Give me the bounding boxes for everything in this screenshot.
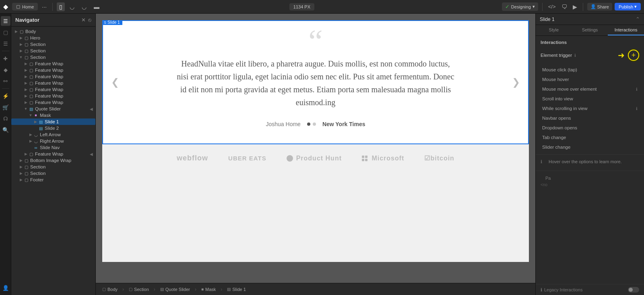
quote-mark: “ [135, 33, 496, 49]
tablet-v-device-btn[interactable]: ◡ [79, 2, 89, 11]
logo-webflow: webflow [177, 154, 208, 162]
check-icon: ✓ [505, 4, 510, 10]
legacy-label-text: Legacy Interactions [544, 287, 582, 292]
publish-btn[interactable]: Publish ▾ [615, 3, 641, 10]
tree-item-section2[interactable]: ▶ ▢ Section [11, 48, 95, 54]
trigger-tab-change[interactable]: Tab change [541, 133, 639, 142]
legacy-toggle[interactable] [628, 287, 639, 293]
nav-header-actions: ✕ ⎋ [81, 17, 91, 23]
trigger-slider-change[interactable]: Slider change [541, 142, 639, 152]
trigger-scroll-into-view[interactable]: Scroll into view [541, 94, 639, 104]
navigator-header: Navigator ✕ ⎋ [11, 14, 95, 27]
code-view-icon[interactable]: </> [547, 3, 557, 10]
trigger-mouse-hover[interactable]: Mouse hover [541, 75, 639, 84]
ecommerce-icon[interactable]: 🛒 [1, 102, 10, 112]
cms-icon[interactable]: ☰ [1, 39, 10, 48]
pin-navigator-icon[interactable]: ⎋ [88, 17, 91, 23]
trigger-mouse-click[interactable]: Mouse click (tap) [541, 65, 639, 75]
home-tab[interactable]: ▢ Home [12, 3, 38, 10]
tablet-device-btn[interactable]: ◡ [67, 2, 77, 11]
bc-slide1[interactable]: ▤ Slide 1 [225, 286, 248, 293]
tree-item-quote-slider[interactable]: ▼ ▤ Quote Slider ◀ [11, 106, 95, 112]
tree-item-slide-nav[interactable]: ∞ Slide Nav [11, 144, 95, 151]
comment-icon[interactable]: 🗨 [560, 3, 569, 11]
tab-interactions[interactable]: Interactions [608, 25, 644, 35]
mobile-device-btn[interactable]: ▬ [91, 2, 102, 11]
bc-mask[interactable]: ■ Mask [199, 286, 218, 293]
trigger-navbar-label: Navbar opens [542, 116, 571, 120]
slider-left-arrow[interactable]: ❮ [111, 77, 119, 88]
more-options-icon[interactable]: ··· [40, 3, 48, 11]
tree-item-body[interactable]: ▶ ▢ Body [11, 28, 95, 35]
tree-item-section4[interactable]: ▶ ▢ Section [11, 164, 95, 170]
tree-item-fw3[interactable]: ▶ ▢ Feature Wrap [11, 73, 95, 80]
label-slide1: Slide 1 [45, 119, 59, 124]
bc-quote-slider[interactable]: ▤ Quote Slider [158, 286, 192, 293]
tree-item-fw1[interactable]: ▶ ▢ Feature Wrap [11, 60, 95, 67]
tree-item-footer[interactable]: ▶ ▢ Footer [11, 177, 95, 183]
assets-icon[interactable]: ⚯ [1, 76, 10, 86]
tree-item-fw7[interactable]: ▶ ▢ Feature Wrap [11, 99, 95, 106]
chevron-fw6: ▶ [23, 94, 28, 98]
label-fw7: Feature Wrap [35, 100, 63, 105]
ph-icon [287, 155, 293, 162]
slide-body-text: HeadNulla vitae elit libero, a pharetra … [175, 57, 456, 109]
tree-item-section3[interactable]: ▼ ▢ Section [11, 54, 95, 60]
bc-sep1: › [122, 287, 124, 292]
label-section2: Section [30, 48, 45, 53]
preview-icon[interactable]: ▶ [571, 3, 579, 11]
desktop-device-btn[interactable]: ▯ [57, 2, 65, 11]
trigger-dropdown-opens[interactable]: Dropdown opens [541, 123, 639, 133]
tree-item-fw8[interactable]: ▶ ▢ Feature Wrap ◀ [11, 151, 95, 157]
tree-item-right-arrow[interactable]: ▶ ◡ Right Arrow [11, 138, 95, 144]
tree-item-fw6[interactable]: ▶ ▢ Feature Wrap [11, 93, 95, 99]
slider-icon-s2: ▤ [38, 126, 43, 131]
trigger-info-icon[interactable]: ℹ [574, 53, 576, 58]
style-icon[interactable]: ◆ [1, 65, 10, 75]
chevron-fw3: ▶ [23, 75, 28, 79]
tab-settings[interactable]: Settings [572, 25, 608, 35]
home-tab-label: Home [22, 4, 34, 9]
tree-item-hero[interactable]: ▶ ▢ Hero [11, 35, 95, 41]
add-trigger-btn[interactable]: + [628, 50, 639, 61]
add-element-icon[interactable]: ✚ [1, 54, 10, 63]
navigator-title: Navigator [15, 17, 39, 23]
trigger-scroll-label: Scroll into view [542, 96, 573, 101]
cms2-icon[interactable]: ☊ [1, 114, 10, 123]
designing-mode-btn[interactable]: ✓ Designing ▾ [502, 2, 538, 11]
bc-slide1-label: Slide 1 [232, 287, 246, 292]
account-icon[interactable]: 👤 [1, 283, 10, 293]
topbar-sep2 [542, 3, 543, 11]
interactions-icon[interactable]: ⚡ [1, 91, 10, 101]
tree-item-bottom-img[interactable]: ▶ ▢ Bottom Image Wrap [11, 157, 95, 164]
slide-dots [307, 123, 316, 126]
tree-item-section1[interactable]: ▶ ▢ Section [11, 41, 95, 48]
arrow-indicator: ➜ [618, 50, 625, 60]
rp-close-icon[interactable]: ⌃ [636, 16, 640, 22]
publish-label: Publish [619, 4, 633, 9]
tree-item-slide1[interactable]: ▶ ▤ Slide 1 [11, 118, 95, 125]
seo-icon[interactable]: 🔍 [1, 125, 10, 135]
trigger-while-scrolling[interactable]: While scrolling in view ℹ [541, 104, 639, 113]
pages-icon[interactable]: ▢ [1, 27, 10, 37]
tree-item-left-arrow[interactable]: ▶ ◡ Left Arrow [11, 131, 95, 138]
bc-section[interactable]: ▢ Section [126, 286, 151, 293]
tab-style[interactable]: Style [536, 25, 572, 35]
trigger-mouse-move[interactable]: Mouse move over element ℹ [541, 84, 639, 94]
slider-right-arrow[interactable]: ❯ [512, 77, 520, 88]
tree-item-mask[interactable]: ▼ ■ Mask [11, 112, 95, 118]
tree-item-fw2[interactable]: ▶ ▢ Feature Wrap [11, 67, 95, 73]
tree-item-section5[interactable]: ▶ ▢ Section [11, 170, 95, 177]
trigger-navbar-opens[interactable]: Navbar opens [541, 113, 639, 123]
box-icon-body: ▢ [19, 29, 24, 34]
tree-item-slide2[interactable]: ▤ Slide 2 [11, 125, 95, 131]
tree-item-fw4[interactable]: ▶ ▢ Feature Wrap [11, 80, 95, 86]
tree-item-fw5[interactable]: ▶ ▢ Feature Wrap [11, 86, 95, 93]
close-navigator-icon[interactable]: ✕ [81, 17, 86, 23]
bottom-breadcrumb-bar: ▢ Body › ▢ Section › ▤ Quote Slider › ■ … [96, 283, 535, 295]
legacy-interactions-bar: ℹ Legacy Interactions [536, 284, 644, 295]
bc-body[interactable]: ▢ Body [100, 286, 120, 293]
canvas-width-display: 1134 PX [289, 3, 314, 10]
navigator-icon[interactable]: ☰ [1, 16, 10, 26]
share-btn[interactable]: 👤 Share [587, 3, 612, 10]
